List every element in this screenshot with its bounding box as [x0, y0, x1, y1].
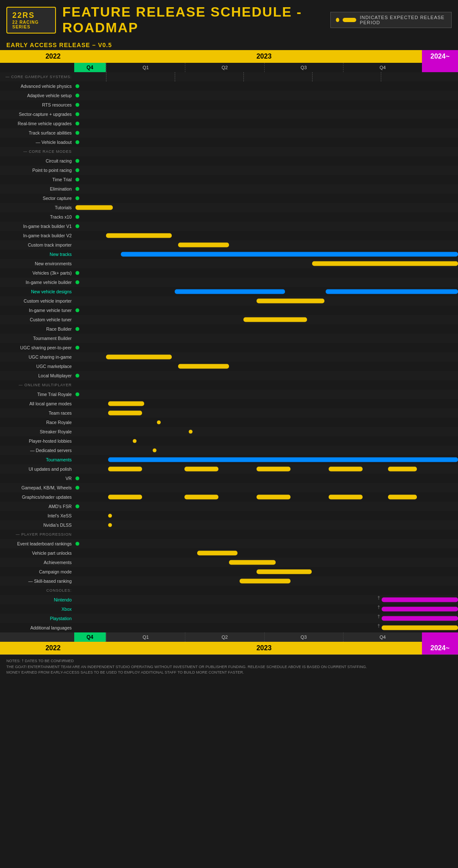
label-streaker-royale: Streaker Royale [0, 429, 74, 434]
legend: INDICATES EXPECTED RELEASE PERIOD [330, 12, 452, 28]
section-core-race-modes: — CORE RACE MODES [0, 147, 458, 156]
row-campaign-mode: Campaign mode [0, 567, 458, 576]
dot-gamepad [75, 486, 79, 490]
bar-graphics-5 [388, 495, 417, 500]
row-new-vehicle-designs: New vehicle designs [0, 287, 458, 296]
row-vehicles-3k: Vehicles (3k+ parts) [0, 268, 458, 278]
row-custom-vehicle-tuner: Custom vehicle tuner [0, 315, 458, 324]
label-playstation: Playstation [0, 616, 74, 621]
bars-skill-based-ranking [74, 576, 458, 586]
label-circuit-racing: Circuit racing [0, 158, 74, 163]
bar-skill-based-ranking [240, 579, 290, 584]
section-label-online-multiplayer: — ONLINE MULTIPLAYER [0, 383, 74, 387]
bars-race-royale [74, 418, 458, 427]
label-ui-updates: UI updates and polish [0, 466, 74, 472]
bottom-year-2022: 2022 [0, 642, 106, 655]
section-label-core-gameplay: — CORE GAMEPLAY SYSTEMS: [0, 75, 74, 79]
footer-note-1: NOTES: † DATES TO BE CONFIRMED [6, 658, 452, 664]
label-team-races: Team races [0, 410, 74, 416]
bars-ui-updates [74, 464, 458, 474]
dot-track-surface-abilities [75, 131, 79, 135]
label-time-trial-royale: Time Trial Royale [0, 392, 74, 397]
bar-ugc-marketplace [178, 364, 229, 369]
bars-player-hosted-lobbies [74, 436, 458, 446]
bars-xbox: † [74, 604, 458, 614]
bars-graphics-shader [74, 492, 458, 502]
bars-nvidia-dlss [74, 520, 458, 530]
section-bars-online [74, 380, 458, 390]
bar-graphics-4 [329, 495, 363, 500]
label-tournament-builder: Tournament Builder [0, 336, 74, 341]
label-advanced-vehicle-physics: Advanced vehicle physics [0, 84, 74, 89]
row-point-to-point: Point to point racing [0, 166, 458, 175]
label-time-trial: Time Trial [0, 177, 74, 182]
bar-tutorials [75, 205, 113, 210]
page-title: FEATURE RELEASE SCHEDULE - ROADMAP [62, 4, 324, 36]
dot-intel-xess [108, 514, 112, 518]
bar-graphics-3 [257, 495, 290, 500]
row-sector-capture-mode: Sector capture [0, 194, 458, 203]
bars-track-builder-v2 [74, 231, 458, 240]
dot-rts-resources [75, 103, 79, 107]
bars-ugc-ingame [74, 352, 458, 362]
label-nvidia-dlss: Nvidia's DLSS [0, 522, 74, 528]
row-new-tracks: New tracks [0, 250, 458, 259]
row-dedicated-servers: — Dedicated servers [0, 446, 458, 455]
label-new-environments: New environments [0, 261, 74, 266]
row-time-trial-royale: Time Trial Royale [0, 390, 458, 399]
row-circuit-racing: Circuit racing [0, 156, 458, 166]
label-vr: VR [0, 476, 74, 481]
label-gamepad: Gamepad, KB/M, Wheels [0, 485, 74, 490]
row-ui-updates: UI updates and polish [0, 464, 458, 474]
bars-intel-xess [74, 511, 458, 520]
bars-campaign-mode [74, 567, 458, 576]
label-vehicle-tuner: In-game vehicle tuner [0, 308, 74, 313]
bars-vehicle-part-unlocks [74, 548, 458, 558]
row-nintendo: Nintendo † [0, 595, 458, 604]
dot-tracks-x10 [75, 215, 79, 219]
label-adaptive-vehicle-setup: Adaptive vehicle setup [0, 93, 74, 98]
row-custom-vehicle-importer: Custom vehicle importer [0, 296, 458, 306]
section-bars-consoles [74, 586, 458, 595]
dot-time-trial [75, 178, 79, 182]
quarter-header-row: Q4 Q1 Q2 Q3 Q4 [0, 63, 458, 72]
dagger-nintendo: † [377, 595, 380, 600]
label-nintendo: Nintendo [0, 597, 74, 602]
row-race-builder: Race Builder [0, 324, 458, 334]
q3-2023-label: Q3 [264, 63, 343, 72]
dot-adaptive-vehicle-setup [75, 94, 79, 98]
bottom-q1-2023-label: Q1 [106, 632, 185, 642]
row-all-local-modes: All local game modes [0, 399, 458, 408]
section-label-core-race-modes: — CORE RACE MODES [0, 149, 74, 154]
logo-top: 22RS [12, 11, 50, 20]
dot-race-builder [75, 327, 79, 331]
bar-ui-updates-1 [108, 467, 142, 472]
row-amd-fsr: AMD's FSR [0, 502, 458, 511]
bar-achievements [229, 560, 276, 565]
year-header-row: 2022 2023 2024~ [0, 50, 458, 63]
bar-new-vehicle-designs-2 [326, 289, 458, 294]
bars-playstation: † [74, 614, 458, 623]
q2-2023-label: Q2 [185, 63, 264, 72]
bars-nintendo: † [74, 595, 458, 604]
label-sector-capture-mode: Sector capture [0, 196, 74, 201]
row-playstation: Playstation † [0, 614, 458, 623]
dot-amd-fsr [75, 505, 79, 508]
bar-all-local-modes [108, 402, 144, 406]
label-ugc-peer: UGC sharing peer-to-peer [0, 345, 74, 350]
bars-amd-fsr [74, 502, 458, 511]
dagger-playstation: † [377, 614, 380, 619]
label-track-builder-v1: In-game track builder V1 [0, 224, 74, 229]
bars-vehicle-builder [74, 278, 458, 287]
row-vehicle-tuner: In-game vehicle tuner [0, 306, 458, 315]
bars-vehicles-3k [74, 268, 458, 278]
bars-team-races [74, 408, 458, 418]
bars-point-to-point [74, 166, 458, 175]
dot-race-royale [157, 421, 161, 424]
row-advanced-vehicle-physics: Advanced vehicle physics [0, 81, 458, 91]
bars-new-environments [74, 259, 458, 268]
gantt-chart: — CORE GAMEPLAY SYSTEMS: Advanced vehicl… [0, 72, 458, 632]
bars-gamepad [74, 483, 458, 492]
bars-time-trial-royale [74, 390, 458, 399]
row-streaker-royale: Streaker Royale [0, 427, 458, 436]
